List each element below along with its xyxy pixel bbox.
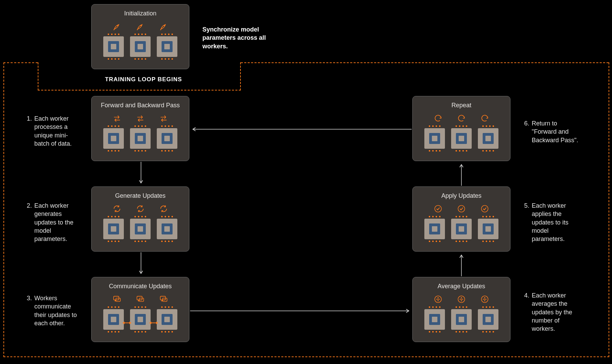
chip-icon xyxy=(424,128,445,149)
divide-icon xyxy=(480,295,489,304)
svg-point-20 xyxy=(484,300,485,301)
loop-border xyxy=(241,62,609,63)
loop-border xyxy=(240,62,241,90)
loop-border xyxy=(38,62,38,90)
arrow-down xyxy=(139,162,143,186)
chip-icon xyxy=(103,36,124,57)
chip-icon xyxy=(478,309,498,330)
step-4-text: 4.Each worker averages the updates by th… xyxy=(532,291,583,333)
chip-icon xyxy=(451,309,472,330)
chip-icon xyxy=(478,128,498,149)
chip-icon xyxy=(157,36,177,57)
loop-border xyxy=(38,90,241,90)
svg-point-19 xyxy=(484,297,485,298)
chip-connector xyxy=(149,321,158,324)
node-communicate-updates: Communicate Updates xyxy=(91,277,189,342)
divide-icon xyxy=(457,295,466,304)
chip-icon xyxy=(103,309,124,330)
step-2-text: 2.Each worker generates updates to the m… xyxy=(34,202,82,243)
rocket-icon xyxy=(159,22,168,31)
node-generate-updates: Generate Updates xyxy=(91,186,189,252)
initialization-description: Synchronize model parameters across all … xyxy=(202,25,268,50)
chip-connector xyxy=(122,321,131,324)
node-apply-updates: Apply Updates xyxy=(412,186,510,252)
chat-icon xyxy=(159,295,168,304)
svg-point-16 xyxy=(461,300,462,301)
rocket-icon xyxy=(136,22,145,31)
node-title: Generate Updates xyxy=(115,192,165,199)
chip-icon xyxy=(130,128,151,149)
node-icons xyxy=(417,113,506,123)
arrow-up xyxy=(459,162,464,186)
node-title: Average Updates xyxy=(438,283,485,290)
arrows-bidir-icon xyxy=(113,114,121,123)
step-5-text: 5.Each worker applies the updates to its… xyxy=(532,202,583,243)
arrows-bidir-icon xyxy=(136,114,145,123)
node-initialization: Initialization xyxy=(91,4,189,69)
node-repeat: Repeat xyxy=(412,96,510,161)
check-circle-icon xyxy=(480,204,489,213)
node-icons xyxy=(96,21,185,32)
svg-point-12 xyxy=(437,300,438,301)
chat-icon xyxy=(113,295,121,304)
node-average-updates: Average Updates xyxy=(412,277,510,342)
chip-icon xyxy=(130,36,151,57)
loop-border xyxy=(609,62,609,357)
svg-point-22 xyxy=(458,205,465,212)
check-circle-icon xyxy=(457,204,466,213)
chip-icon xyxy=(424,309,445,330)
chip-icon xyxy=(130,219,151,239)
loop-border xyxy=(3,62,4,357)
step-3-text: 3.Workers communicate their updates to e… xyxy=(34,294,82,327)
node-icons xyxy=(96,204,185,214)
node-title: Forward and Backward Pass xyxy=(101,102,180,109)
node-forward-backward: Forward and Backward Pass xyxy=(91,96,189,161)
node-title: Repeat xyxy=(451,102,471,109)
arrow-right xyxy=(190,308,412,313)
sync-icon xyxy=(159,204,168,213)
chip-icon xyxy=(451,128,472,149)
node-title: Initialization xyxy=(124,10,156,17)
node-title: Communicate Updates xyxy=(109,283,172,290)
chip-icon xyxy=(157,309,177,330)
arrow-left xyxy=(190,127,412,132)
loop-border xyxy=(3,62,38,63)
training-loop-label: TRAINING LOOP BEGINS xyxy=(105,76,182,83)
node-icons xyxy=(417,294,506,304)
svg-point-0 xyxy=(117,25,118,26)
loop-border xyxy=(3,356,609,357)
node-title: Apply Updates xyxy=(441,192,481,199)
chip-icon xyxy=(478,219,498,239)
node-icons xyxy=(96,113,185,123)
undo-icon xyxy=(434,114,443,123)
divide-icon xyxy=(434,295,443,304)
chip-icon xyxy=(157,219,177,239)
step-6-text: 6.Return to "Forward and Backward Pass". xyxy=(532,119,583,144)
node-icons xyxy=(417,204,506,214)
chip-icon xyxy=(130,309,151,330)
arrows-bidir-icon xyxy=(159,114,168,123)
node-icons xyxy=(96,294,185,304)
chip-icon xyxy=(424,219,445,239)
check-circle-icon xyxy=(434,204,443,213)
chip-icon xyxy=(451,219,472,239)
chip-icon xyxy=(157,128,177,149)
sync-icon xyxy=(113,204,121,213)
arrow-down xyxy=(139,252,143,276)
step-1-text: 1.Each worker processes a unique mini-ba… xyxy=(34,114,82,148)
svg-point-1 xyxy=(141,25,142,26)
undo-icon xyxy=(480,114,489,123)
svg-point-23 xyxy=(481,205,488,212)
chip-icon xyxy=(103,219,124,239)
rocket-icon xyxy=(113,22,121,31)
svg-point-2 xyxy=(164,25,165,26)
chip-row xyxy=(96,34,185,60)
chat-icon xyxy=(136,295,145,304)
diagram-canvas: TRAINING LOOP BEGINS Synchronize model p… xyxy=(0,0,612,364)
svg-point-11 xyxy=(437,297,438,298)
chip-icon xyxy=(103,128,124,149)
svg-point-15 xyxy=(461,297,462,298)
svg-point-21 xyxy=(435,205,442,212)
sync-icon xyxy=(136,204,145,213)
arrow-up xyxy=(459,252,464,276)
